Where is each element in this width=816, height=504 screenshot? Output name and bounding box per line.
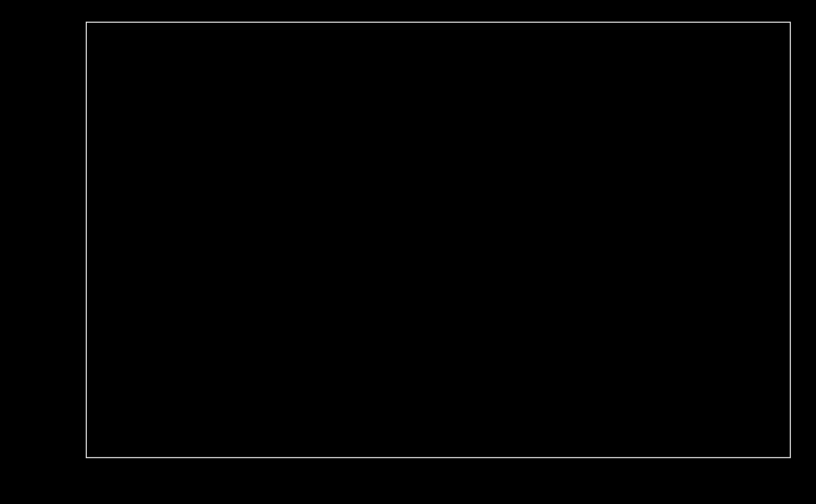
spectrogram-page [0,0,816,504]
spectrogram-canvas [0,0,151,76]
plot-area [86,22,791,458]
